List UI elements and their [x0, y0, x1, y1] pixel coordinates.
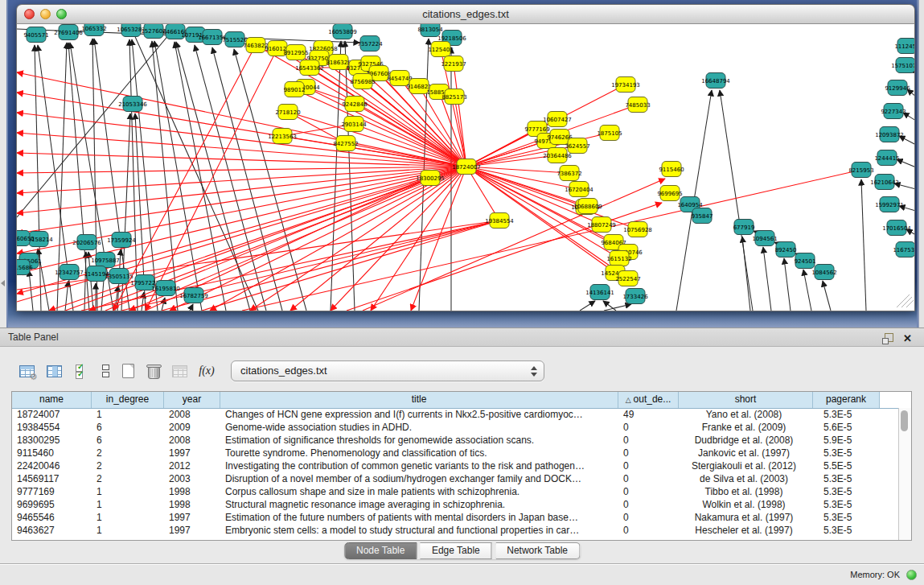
table-cell[interactable]: Investigating the contribution of common… — [220, 460, 618, 473]
table-cell[interactable]: 1 — [92, 499, 164, 512]
table-cell[interactable]: 0 — [618, 499, 679, 512]
table-cell[interactable]: 5.3E-5 — [813, 473, 880, 486]
table-cell[interactable]: de Silva et al. (2003) — [679, 473, 813, 486]
table-row[interactable]: 1872400712008Changes of HCN gene express… — [12, 409, 911, 422]
column-header-year[interactable]: year — [164, 392, 220, 408]
table-row[interactable]: 1830029562008Estimation of significance … — [12, 435, 911, 447]
table-row[interactable]: 911546021997Tourette syndrome. Phenomeno… — [12, 447, 911, 460]
network-canvas[interactable]: 9405571276914061065332106532871527602646… — [16, 24, 915, 311]
vertical-scrollbar[interactable] — [898, 408, 911, 540]
column-header-in_degree[interactable]: in_degree — [92, 392, 164, 408]
table-cell[interactable]: Tourette syndrome. Phenomenology and cla… — [220, 447, 618, 460]
tab-node-table[interactable]: Node Table — [344, 542, 417, 559]
table-cell[interactable]: 5.3E-5 — [813, 512, 880, 525]
table-row[interactable]: 946554611997Estimation of the future num… — [12, 512, 911, 525]
table-cell[interactable]: 1997 — [164, 525, 220, 538]
table-row[interactable]: 977716911998Corpus callosum shape and si… — [12, 486, 911, 499]
table-cell[interactable]: Changes of HCN gene expression and I(f) … — [220, 409, 618, 422]
table-cell[interactable]: 1 — [92, 525, 164, 538]
table-cell[interactable]: 18724007 — [12, 409, 92, 422]
close-window-button[interactable] — [24, 9, 35, 19]
table-selector-dropdown[interactable]: citations_edges.txt — [231, 360, 544, 381]
table-cell[interactable]: Hescheler et al. (1997) — [679, 525, 813, 538]
table-cell[interactable]: Estimation of the future numbers of pati… — [220, 512, 618, 525]
table-row[interactable]: 1456911722003Disruption of a novel membe… — [12, 473, 911, 486]
table-cell[interactable]: 2012 — [164, 460, 220, 473]
row-selection-button[interactable] — [69, 360, 93, 382]
scrollbar-thumb[interactable] — [901, 410, 908, 431]
table-cell[interactable]: 0 — [618, 512, 679, 525]
table-row[interactable]: 946362711997Embryonic stem cells: a mode… — [12, 525, 911, 538]
minimize-window-button[interactable] — [40, 9, 51, 19]
float-window-icon[interactable] — [885, 333, 893, 342]
table-cell[interactable]: 0 — [618, 486, 679, 499]
table-cell[interactable]: 2003 — [164, 473, 220, 486]
table-cell[interactable]: 2008 — [164, 435, 220, 447]
new-table-button[interactable] — [116, 360, 140, 382]
table-cell[interactable]: Wolkin et al. (1998) — [679, 499, 813, 512]
column-header-short[interactable]: short — [679, 392, 813, 408]
table-row[interactable]: 1938455462009Genome-wide association stu… — [12, 422, 911, 435]
table-cell[interactable]: 9699695 — [12, 499, 92, 512]
table-cell[interactable]: 6 — [92, 422, 164, 435]
table-cell[interactable]: 1998 — [164, 486, 220, 499]
table-cell[interactable]: 5.3E-5 — [813, 447, 880, 460]
function-builder-button[interactable]: f(x) — [195, 360, 219, 382]
table-cell[interactable]: Corpus callosum shape and size in male p… — [220, 486, 618, 499]
table-cell[interactable]: 0 — [618, 422, 679, 435]
table-cell[interactable]: Stergiakouli et al. (2012) — [679, 460, 813, 473]
table-cell[interactable]: 0 — [618, 447, 679, 460]
table-cell[interactable]: 1 — [92, 512, 164, 525]
table-cell[interactable]: 5.6E-5 — [813, 422, 880, 435]
table-cell[interactable]: Jankovic et al. (1997) — [679, 447, 813, 460]
network-window-titlebar[interactable]: citations_edges.txt — [16, 4, 915, 24]
right-panel-edge[interactable] — [918, 0, 924, 328]
table-cell[interactable]: Franke et al. (2009) — [679, 422, 813, 435]
table-cell[interactable]: 9463627 — [12, 525, 92, 538]
column-header-title[interactable]: title — [220, 392, 618, 408]
table-cell[interactable]: 1997 — [164, 512, 220, 525]
table-cell[interactable]: 5.9E-5 — [813, 435, 880, 447]
table-cell[interactable]: 5.3E-5 — [813, 486, 880, 499]
table-cell[interactable]: 2009 — [164, 422, 220, 435]
table-cell[interactable]: Nakamura et al. (1997) — [679, 512, 813, 525]
table-cell[interactable]: 1997 — [164, 447, 220, 460]
table-cell[interactable]: Structural magnetic resonance image aver… — [220, 499, 618, 512]
table-cell[interactable]: 49 — [618, 409, 679, 422]
table-cell[interactable]: Disruption of a novel member of a sodium… — [220, 473, 618, 486]
table-cell[interactable]: 1 — [92, 409, 164, 422]
table-cell[interactable]: 2 — [92, 473, 164, 486]
left-splitter[interactable] — [0, 0, 6, 328]
tab-edge-table[interactable]: Edge Table — [421, 542, 492, 559]
table-cell[interactable]: 19384554 — [12, 422, 92, 435]
table-cell[interactable]: Genome-wide association studies in ADHD. — [220, 422, 618, 435]
table-cell[interactable]: Embryonic stem cells: a model to study s… — [220, 525, 618, 538]
column-header-out_de[interactable]: △out_de... — [618, 392, 679, 408]
table-cell[interactable]: 9465546 — [12, 512, 92, 525]
splitter-collapse-icon[interactable] — [1, 280, 5, 286]
table-cell[interactable]: 2 — [92, 447, 164, 460]
table-cell[interactable]: 2008 — [164, 409, 220, 422]
table-cell[interactable]: 2 — [92, 460, 164, 473]
table-options-button[interactable] — [14, 360, 39, 382]
delete-table-button[interactable] — [142, 360, 166, 382]
table-cell[interactable]: Yano et al. (2008) — [679, 409, 813, 422]
table-row[interactable]: 969969511998Structural magnetic resonanc… — [12, 499, 911, 512]
table-cell[interactable]: 14569117 — [12, 473, 92, 486]
table-cell[interactable]: 0 — [618, 460, 679, 473]
table-cell[interactable]: 9115460 — [12, 447, 92, 460]
row-height-button[interactable] — [93, 360, 117, 382]
table-cell[interactable]: 5.3E-5 — [813, 525, 880, 538]
table-cell[interactable]: Dudbridge et al. (2008) — [679, 435, 813, 447]
table-cell[interactable]: 0 — [618, 435, 679, 447]
zoom-window-button[interactable] — [56, 9, 67, 19]
network-view-window[interactable]: citations_edges.txt 94055712769140610653… — [16, 4, 915, 311]
table-cell[interactable]: 9777169 — [12, 486, 92, 499]
table-cell[interactable]: 0 — [618, 525, 679, 538]
table-cell[interactable]: Tibbo et al. (1998) — [679, 486, 813, 499]
column-header-pagerank[interactable]: pagerank — [813, 392, 880, 408]
table-cell[interactable]: 18300295 — [12, 435, 92, 447]
table-cell[interactable]: 1 — [92, 486, 164, 499]
resize-grip-icon[interactable] — [897, 295, 914, 307]
table-cell[interactable]: 6 — [92, 435, 164, 447]
